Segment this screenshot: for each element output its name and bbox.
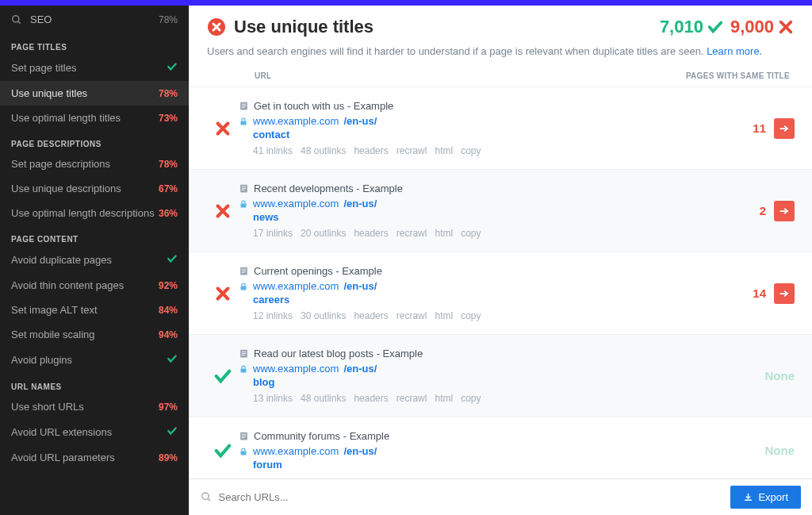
check-icon [167, 253, 178, 267]
sidebar-item[interactable]: Set page descriptions78% [0, 152, 189, 176]
row-url-slug[interactable]: blog [253, 376, 660, 388]
row-go-button[interactable] [774, 283, 795, 304]
row-title: Community forums - Example [254, 430, 389, 442]
x-icon [207, 183, 239, 239]
lock-icon [239, 282, 248, 291]
stat-pass: 7,010 [660, 17, 724, 37]
row-url-base: www.example.com [253, 363, 339, 375]
url-search-input[interactable] [218, 491, 722, 503]
x-icon [207, 265, 239, 321]
row-info: Current openings - Examplewww.example.co… [239, 265, 660, 321]
sidebar-item[interactable]: Use optimal length titles73% [0, 106, 189, 130]
svg-rect-19 [241, 286, 247, 290]
row-headers-link[interactable]: headers [354, 145, 388, 156]
sidebar-item[interactable]: Use unique titles78% [0, 81, 189, 106]
row-url-link[interactable]: www.example.com/en-us/ [239, 363, 660, 375]
col-url-header: URL [207, 71, 660, 80]
row-url-slug[interactable]: careers [253, 294, 660, 306]
table-row: Get in touch with us - Examplewww.exampl… [190, 87, 812, 170]
sidebar-item[interactable]: Avoid URL extensions [0, 419, 189, 445]
export-button[interactable]: Export [730, 486, 801, 509]
sidebar-item-value: 97% [159, 402, 178, 413]
lock-icon [239, 447, 248, 456]
sidebar-item-label: Avoid thin content pages [11, 279, 159, 291]
row-url-slug[interactable]: news [253, 211, 660, 223]
row-copy-link[interactable]: copy [461, 310, 481, 321]
table-row: Read our latest blog posts - Examplewww.… [190, 335, 812, 417]
sidebar-item-value: 84% [159, 305, 178, 316]
stat-fail-count: 9,000 [730, 17, 774, 37]
row-url-link[interactable]: www.example.com/en-us/ [239, 445, 660, 457]
sidebar-item[interactable]: Set page titles [0, 55, 189, 81]
row-go-button[interactable] [774, 201, 795, 221]
row-headers-link[interactable]: headers [354, 228, 388, 239]
sidebar-item-label: Use short URLs [11, 401, 159, 413]
sidebar-item[interactable]: Use unique descriptions67% [0, 176, 189, 201]
sidebar-item-label: Set page titles [11, 62, 167, 74]
row-recrawl-link[interactable]: recrawl [396, 145, 427, 156]
sidebar-group-heading: URL NAMES [0, 373, 189, 394]
sidebar-item[interactable]: Avoid URL parameters89% [0, 445, 189, 470]
row-url-path: /en-us/ [343, 198, 377, 209]
sidebar-search[interactable]: SEO 78% [0, 6, 189, 33]
sidebar-group-heading: PAGE DESCRIPTIONS [0, 130, 189, 152]
sidebar-item[interactable]: Avoid thin content pages92% [0, 273, 189, 298]
sidebar-item-value: 94% [159, 329, 178, 340]
sidebar-item[interactable]: Avoid plugins [0, 347, 189, 373]
row-recrawl-link[interactable]: recrawl [396, 228, 427, 239]
table-row: Community forums - Examplewww.example.co… [190, 417, 812, 478]
row-inlinks[interactable]: 17 inlinks [253, 228, 293, 239]
row-headers-link[interactable]: headers [354, 310, 388, 321]
row-recrawl-link[interactable]: recrawl [396, 393, 427, 404]
row-url-slug[interactable]: forum [253, 459, 660, 471]
check-icon [207, 348, 239, 404]
row-outlinks[interactable]: 48 outlinks [301, 393, 346, 404]
row-outlinks[interactable]: 48 outlinks [301, 145, 346, 156]
row-url-slug[interactable]: contact [253, 129, 660, 140]
check-icon [707, 18, 724, 36]
row-url-link[interactable]: www.example.com/en-us/ [239, 280, 660, 292]
sidebar-item[interactable]: Set image ALT text84% [0, 298, 189, 322]
row-go-button[interactable] [774, 118, 795, 139]
row-headers-link[interactable]: headers [354, 393, 388, 404]
row-inlinks[interactable]: 12 inlinks [253, 310, 293, 321]
sidebar-group-heading: PAGE TITLES [0, 33, 189, 55]
svg-line-1 [18, 21, 21, 23]
row-url-link[interactable]: www.example.com/en-us/ [239, 115, 660, 127]
x-icon [207, 100, 239, 156]
sidebar-item-label: Set image ALT text [11, 304, 159, 316]
row-right: 14 [660, 265, 795, 321]
row-html-link[interactable]: html [435, 228, 453, 239]
page-description: Users and search engines will find it ha… [207, 45, 795, 57]
svg-rect-13 [241, 203, 247, 207]
arrow-right-icon [779, 123, 790, 134]
row-copy-link[interactable]: copy [461, 228, 481, 239]
row-copy-link[interactable]: copy [461, 145, 481, 156]
row-inlinks[interactable]: 41 inlinks [253, 145, 293, 156]
export-label: Export [758, 491, 788, 503]
row-html-link[interactable]: html [435, 393, 453, 404]
learn-more-link[interactable]: Learn more. [707, 45, 762, 57]
row-copy-link[interactable]: copy [461, 393, 481, 404]
sidebar-item[interactable]: Use short URLs97% [0, 394, 189, 419]
sidebar-item[interactable]: Avoid duplicate pages [0, 247, 189, 273]
svg-rect-23 [242, 353, 246, 354]
row-recrawl-link[interactable]: recrawl [396, 310, 427, 321]
row-title: Get in touch with us - Example [254, 100, 393, 112]
stat-pass-count: 7,010 [660, 17, 703, 37]
sidebar-item[interactable]: Set mobile scaling94% [0, 322, 189, 347]
row-outlinks[interactable]: 20 outlinks [301, 228, 346, 239]
arrow-right-icon [779, 288, 790, 299]
sidebar-item-label: Avoid plugins [11, 354, 167, 366]
row-url-link[interactable]: www.example.com/en-us/ [239, 198, 660, 209]
stat-fail: 9,000 [730, 17, 795, 37]
url-search[interactable] [201, 491, 722, 503]
row-outlinks[interactable]: 30 outlinks [301, 310, 346, 321]
row-inlinks[interactable]: 13 inlinks [253, 393, 293, 404]
row-html-link[interactable]: html [435, 310, 453, 321]
sidebar-item[interactable]: Use optimal length descriptions36% [0, 201, 189, 225]
row-url-base: www.example.com [253, 445, 339, 457]
row-html-link[interactable]: html [435, 145, 453, 156]
sidebar-search-label: SEO [30, 13, 159, 25]
row-right: 2 [660, 183, 795, 239]
